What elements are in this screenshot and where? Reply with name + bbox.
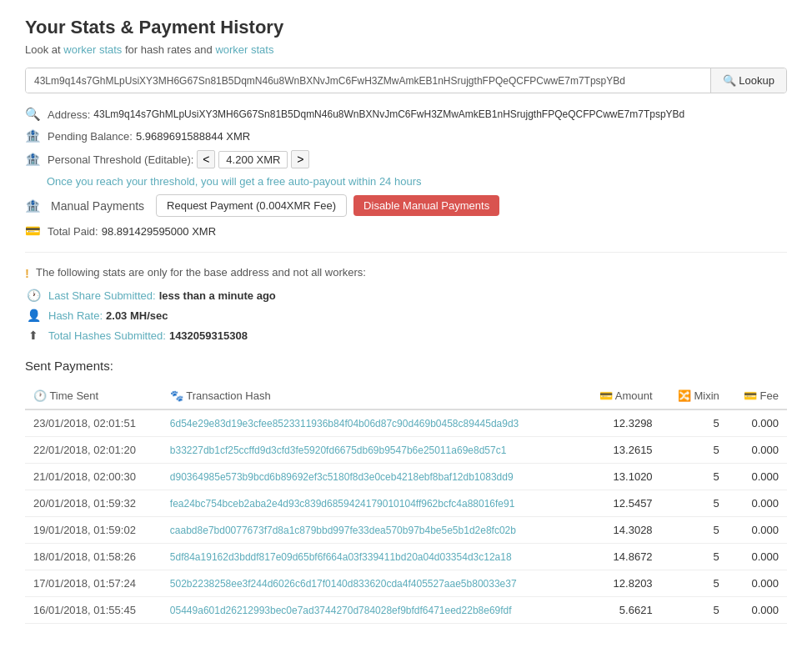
total-paid-icon: 💳	[25, 224, 41, 239]
table-row: 20/01/2018, 01:59:32fea24bc754bceb2aba2e…	[25, 490, 787, 517]
col-amount: 💳 Amount	[581, 383, 661, 409]
cell-mixin: 5	[661, 437, 728, 464]
page-title: Your Stats & Payment History	[25, 17, 787, 38]
request-payment-button[interactable]: Request Payment (0.004XMR Fee)	[156, 194, 347, 217]
cell-tx-hash: 6d54e29e83d19e3cfee8523311936b84f04b06d8…	[162, 409, 581, 437]
cell-amount: 13.1020	[581, 464, 661, 490]
cell-time: 22/01/2018, 02:01:20	[25, 437, 162, 464]
subtitle-prefix: Look at	[25, 43, 61, 56]
hash-rate-icon: 👤	[25, 309, 42, 322]
cell-time: 20/01/2018, 01:59:32	[25, 490, 162, 517]
cell-fee: 0.000	[728, 544, 787, 570]
clock-icon: 🕐	[25, 289, 42, 302]
pending-balance-value: 5.9689691588844 XMR	[136, 130, 250, 143]
sent-payments-title: Sent Payments:	[25, 359, 787, 373]
payments-table-body: 23/01/2018, 02:01:516d54e29e83d19e3cfee8…	[25, 409, 787, 624]
cell-fee: 0.000	[728, 517, 787, 544]
cell-amount: 12.5457	[581, 490, 661, 517]
last-share-row: 🕐 Last Share Submitted: less than a minu…	[25, 289, 787, 302]
table-row: 22/01/2018, 02:01:20b33227db1cf25ccffd9d…	[25, 437, 787, 464]
cell-fee: 0.000	[728, 464, 787, 490]
cell-amount: 14.3028	[581, 517, 661, 544]
cell-mixin: 5	[661, 544, 728, 570]
total-paid-value: 98.891429595000 XMR	[102, 225, 216, 238]
auto-payout-prefix: Once you reach your threshold, you	[47, 175, 222, 188]
threshold-row: 🏦 Personal Threshold (Editable): < 4.200…	[25, 150, 787, 168]
cell-time: 19/01/2018, 01:59:02	[25, 517, 162, 544]
address-icon: 🔍	[25, 107, 41, 122]
table-row: 23/01/2018, 02:01:516d54e29e83d19e3cfee8…	[25, 409, 787, 437]
pending-balance-row: 🏦 Pending Balance: 5.9689691588844 XMR	[25, 128, 787, 143]
disable-manual-payments-button[interactable]: Disable Manual Payments	[353, 195, 499, 216]
cell-fee: 0.000	[728, 570, 787, 597]
cell-mixin: 5	[661, 517, 728, 544]
pending-balance-label: Pending Balance:	[48, 130, 133, 143]
auto-payout-link: will get a free auto-payout within 24 ho…	[222, 175, 422, 188]
clock-col-icon: 🕐	[33, 389, 49, 402]
manual-payments-label: Manual Payments	[51, 199, 144, 213]
table-header: 🕐 Time Sent 🐾 Transaction Hash 💳 Amount …	[25, 383, 787, 409]
worker-stats-link-1[interactable]: worker stats	[63, 43, 125, 56]
address-row: 🔍 Address: 43Lm9q14s7GhMLpUsiXY3MH6G67Sn…	[25, 107, 787, 122]
cell-mixin: 5	[661, 570, 728, 597]
cell-time: 23/01/2018, 02:01:51	[25, 409, 162, 437]
cell-mixin: 5	[661, 490, 728, 517]
hash-rate-label: Hash Rate:	[48, 309, 103, 322]
fee-col-icon: 💳	[744, 389, 760, 402]
tx-hash-link[interactable]: 6d54e29e83d19e3cfee8523311936b84f04b06d8…	[170, 418, 519, 429]
hash-rate-value: 2.03 MH/sec	[106, 309, 168, 322]
col-mixin: 🔀 Mixin	[661, 383, 728, 409]
manual-payments-row: 🏦 Manual Payments Request Payment (0.004…	[25, 194, 787, 217]
threshold-less-button[interactable]: <	[197, 150, 215, 168]
cell-fee: 0.000	[728, 597, 787, 624]
threshold-label: Personal Threshold (Editable):	[48, 153, 193, 166]
cell-tx-hash: fea24bc754bceb2aba2e4d93c839d68594241790…	[162, 490, 581, 517]
col-tx-hash: 🐾 Transaction Hash	[162, 383, 581, 409]
table-row: 17/01/2018, 01:57:24502b2238258ee3f244d6…	[25, 570, 787, 597]
last-share-label: Last Share Submitted:	[48, 289, 156, 302]
tx-hash-link[interactable]: fea24bc754bceb2aba2e4d93c839d68594241790…	[170, 498, 515, 510]
cell-amount: 14.8672	[581, 544, 661, 570]
cell-amount: 12.8203	[581, 570, 661, 597]
amount-col-icon: 💳	[599, 389, 615, 402]
tx-hash-link[interactable]: 05449a601d26212993bec0e7ad3744270d784028…	[170, 605, 512, 616]
address-label: Address:	[48, 108, 90, 121]
threshold-value: 4.200 XMR	[218, 151, 288, 168]
pending-balance-icon: 🏦	[25, 128, 41, 143]
tx-hash-link[interactable]: 502b2238258ee3f244d6026c6d17f0140d833620…	[170, 578, 517, 590]
table-row: 18/01/2018, 01:58:265df84a19162d3bddf817…	[25, 544, 787, 570]
cell-tx-hash: caabd8e7bd0077673f7d8a1c879bbd997fe33dea…	[162, 517, 581, 544]
address-value: 43Lm9q14s7GhMLpUsiXY3MH6G67Sn81B5DqmN46u…	[93, 108, 684, 120]
lookup-input[interactable]	[26, 68, 710, 93]
lookup-button[interactable]: 🔍 Lookup	[710, 68, 786, 93]
col-time-sent: 🕐 Time Sent	[25, 383, 162, 409]
cell-mixin: 5	[661, 409, 728, 437]
total-paid-label: Total Paid:	[48, 225, 98, 238]
worker-stats-link-2[interactable]: worker stats	[215, 43, 273, 56]
page-subtitle: Look at worker stats for hash rates and …	[25, 43, 787, 56]
auto-payout-note: Once you reach your threshold, you will …	[47, 175, 787, 188]
tx-hash-link[interactable]: b33227db1cf25ccffd9d3cfd3fe5920fd6675db6…	[170, 445, 507, 456]
tx-hash-link[interactable]: caabd8e7bd0077673f7d8a1c879bbd997fe33dea…	[170, 525, 516, 536]
manual-payments-icon: 🏦	[25, 198, 41, 213]
tx-hash-link[interactable]: d90364985e573b9bcd6b89692ef3c5180f8d3e0c…	[170, 471, 514, 483]
cell-time: 21/01/2018, 02:00:30	[25, 464, 162, 490]
col-fee: 💳 Fee	[728, 383, 787, 409]
stats-section: ! The following stats are only for the b…	[25, 266, 787, 342]
threshold-more-button[interactable]: >	[291, 150, 309, 168]
tx-hash-link[interactable]: 5df84a19162d3bddf817e09d65bf6f664a03f339…	[170, 551, 512, 563]
last-share-value: less than a minute ago	[159, 289, 276, 302]
cell-time: 18/01/2018, 01:58:26	[25, 544, 162, 570]
cell-tx-hash: b33227db1cf25ccffd9d3cfd3fe5920fd6675db6…	[162, 437, 581, 464]
stats-note: ! The following stats are only for the b…	[25, 266, 787, 280]
table-row: 16/01/2018, 01:55:4505449a601d26212993be…	[25, 597, 787, 624]
lookup-bar: 🔍 Lookup	[25, 68, 787, 93]
threshold-controls: < 4.200 XMR >	[197, 150, 309, 168]
threshold-icon: 🏦	[25, 152, 41, 167]
cell-time: 16/01/2018, 01:55:45	[25, 597, 162, 624]
cell-amount: 13.2615	[581, 437, 661, 464]
total-hashes-value: 1432059315308	[169, 329, 248, 342]
cell-amount: 5.6621	[581, 597, 661, 624]
cell-tx-hash: 5df84a19162d3bddf817e09d65bf6f664a03f339…	[162, 544, 581, 570]
paw-col-icon: 🐾	[170, 389, 186, 402]
